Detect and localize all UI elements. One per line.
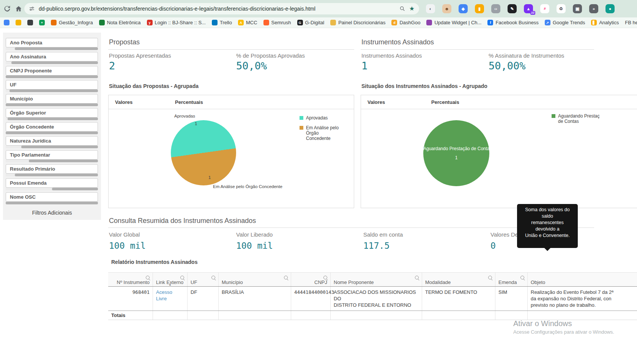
column-header-n-instrumento[interactable]: Nº Instrumento [108,273,153,286]
bookmark-item[interactable] [27,20,33,25]
bookmark-item[interactable]: ↗Google Trends [545,20,585,25]
filter-ano-proposta[interactable]: Ano Proposta [6,38,98,50]
filter-scrollbar-thumb[interactable] [6,75,98,78]
tab-percentuais[interactable]: Percentuais [175,99,203,105]
filter-scrollbar-thumb[interactable] [8,118,98,120]
bookmark-item[interactable] [4,20,9,25]
home-icon[interactable] [14,5,23,13]
column-header-emenda[interactable]: Emenda [495,273,528,286]
bookmark-item[interactable]: Semrush [263,20,291,25]
bookmark-item[interactable]: GG-Digital [297,20,325,25]
column-header-nome-proponente[interactable]: Nome Proponente [331,273,422,286]
filter-scrollbar[interactable] [6,188,98,190]
filter-scrollbar-thumb[interactable] [6,104,98,106]
bookmark-item[interactable]: FB help [625,20,637,25]
extension-bulb[interactable]: ▮ [475,4,484,13]
filter-scrollbar-thumb[interactable] [52,188,98,190]
bookmark-item[interactable]: Gestão_Infogra [51,20,93,25]
filter-tipo-parlamentar[interactable]: Tipo Parlamentar [6,150,98,162]
extension-swirl[interactable]: ◐ [426,4,435,13]
filter-scrollbar[interactable] [6,104,98,106]
filter-scrollbar[interactable] [6,202,98,204]
column-search-icon[interactable] [146,276,150,279]
bookmark-item[interactable]: AMCC [238,20,257,25]
filter-nome-osc[interactable]: Nome OSC [6,192,98,204]
filter-scrollbar-thumb[interactable] [29,160,98,162]
instrumentos-pie-chart[interactable]: Aguardando Prestação de Contas 1 [423,120,489,186]
column-search-icon[interactable] [211,276,215,279]
column-header-munic-pio[interactable]: Município [219,273,291,286]
bookmark-item[interactable]: Nota Eletrônica [99,20,141,25]
filter-scrollbar[interactable] [6,47,98,50]
reload-icon[interactable] [3,5,11,13]
filter-resultado-prim-rio[interactable]: Resultado Primário [6,164,98,176]
filter-scrollbar[interactable] [6,146,98,148]
filter-ano-assinatura[interactable]: Ano Assinatura [6,52,98,64]
extension-avatar[interactable]: ☻ [442,4,451,13]
filter-natureza-jur-dica[interactable]: Natureza Jurídica [6,136,98,148]
filter--rg-o-concedente[interactable]: Órgão Concedente [6,122,98,134]
bookmark-item[interactable] [16,20,21,25]
extension-camera[interactable]: ▣ [573,4,582,13]
bookmark-item[interactable]: yLogin :: BJ-Share :: S... [147,20,206,25]
extension-pen[interactable]: ✎ [508,4,517,13]
url-text[interactable]: dd-publico.serpro.gov.br/extensions/tran… [39,6,396,12]
extension-forward[interactable]: » [589,4,598,13]
bookmark-item[interactable]: Painel Discricionárias [330,20,385,25]
external-link[interactable]: Acesso Livre [156,289,172,301]
column-search-icon[interactable] [415,276,419,279]
bookmark-item[interactable]: Update Widget | Ch... [426,20,481,25]
legend-item[interactable]: Aguardando Prestaçde Contas [552,113,601,124]
filter-munic-pio[interactable]: Município [6,94,98,106]
filter-scrollbar[interactable] [6,75,98,78]
bookmark-item[interactable]: fFacebook Business [487,20,538,25]
column-search-icon[interactable] [520,276,524,279]
filter-uf[interactable]: UF [6,80,98,92]
column-header-uf[interactable]: UF [188,273,219,286]
filter-scrollbar[interactable] [6,61,98,64]
filter-scrollbar-thumb[interactable] [11,61,98,64]
extension-recycle[interactable]: ♻ [557,4,566,13]
site-info-icon[interactable] [29,6,35,12]
filter-scrollbar-thumb[interactable] [9,89,98,92]
legend-item[interactable]: Aprovadas [300,115,351,121]
bookmark-item[interactable]: dDashGoo [391,20,420,25]
filter-cnpj-proponente[interactable]: CNPJ Proponente [6,66,98,78]
column-header-objeto[interactable]: Objeto [528,273,637,286]
filter--rg-o-superior[interactable]: Órgão Superior [6,108,98,120]
column-header-modalidade[interactable]: Modalidade [422,273,495,286]
extension-pink[interactable]: 〃 [540,4,549,13]
url-bar[interactable]: dd-publico.serpro.gov.br/extensions/tran… [24,3,419,14]
filter-possui-emenda[interactable]: Possui Emenda [6,178,98,190]
filter-scrollbar[interactable] [6,118,98,120]
column-header-link-externo[interactable]: Link Externo▲ [153,273,188,286]
legend-item[interactable]: Em Análise pelo ÓrgãoConcedente [300,125,351,141]
column-search-icon[interactable] [284,276,288,279]
filter-scrollbar-thumb[interactable] [6,132,98,134]
zoom-icon[interactable] [399,6,405,12]
filter-scrollbar[interactable] [6,174,98,176]
filter-scrollbar[interactable] [6,160,98,162]
filter-scrollbar-thumb[interactable] [15,174,98,176]
filter-scrollbar-thumb[interactable] [21,146,98,148]
tab-valores[interactable]: Valores [367,99,385,105]
more-filters-button[interactable]: Filtros Adicionais [3,207,101,219]
column-search-icon[interactable] [323,276,327,279]
filter-scrollbar-thumb[interactable] [6,202,98,204]
column-search-icon[interactable] [488,276,492,279]
column-search-icon[interactable] [180,276,184,279]
extension-profile[interactable]: ● [605,4,615,13]
filter-scrollbar-thumb[interactable] [15,47,98,50]
bookmark-star-icon[interactable]: ★ [409,6,415,12]
extension-tag[interactable]: ◈ [459,4,468,13]
filter-scrollbar[interactable] [6,132,98,134]
bookmark-item[interactable]: + [39,20,45,25]
tab-valores[interactable]: Valores [115,99,132,105]
column-header-cnpj[interactable]: CNPJ [291,273,331,286]
bookmark-item[interactable]: Trello [212,20,232,25]
bookmark-item[interactable]: ▋Analytics [591,20,619,25]
propostas-pie-chart[interactable] [171,120,236,185]
extension-code[interactable]: ‹› [491,4,500,13]
tab-percentuais[interactable]: Percentuais [431,99,459,105]
extension-cursor[interactable]: ▲22 [524,4,533,13]
